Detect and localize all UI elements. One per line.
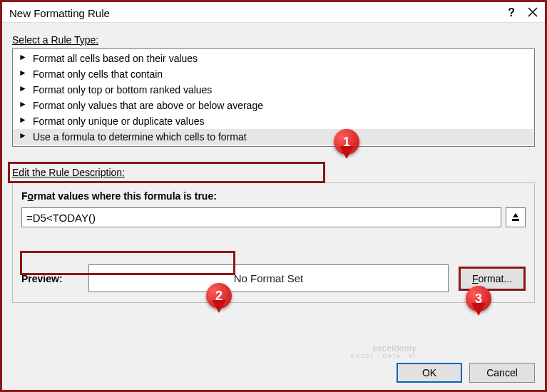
- rule-type-item[interactable]: ►Use a formula to determine which cells …: [13, 129, 534, 145]
- watermark: exceldemy EXCEL · DATA · BI: [351, 344, 416, 360]
- dialog-title: New Formatting Rule: [9, 7, 110, 19]
- rule-type-item-label: Use a formula to determine which cells t…: [33, 131, 247, 143]
- bullet-icon: ►: [19, 115, 29, 125]
- rule-type-item-label: Format only unique or duplicate values: [33, 115, 204, 127]
- bullet-icon: ►: [19, 99, 29, 109]
- svg-rect-2: [512, 219, 519, 221]
- help-button[interactable]: ?: [508, 6, 515, 19]
- callout-2: 2: [206, 283, 232, 309]
- rule-type-item-label: Format all cells based on their values: [33, 53, 198, 64]
- dialog-footer: OK Cancel: [397, 363, 535, 383]
- rule-type-item-label: Format only cells that contain: [33, 68, 163, 80]
- annotation-highlight-1: [8, 162, 325, 183]
- callout-3: 3: [466, 286, 491, 311]
- close-button[interactable]: [528, 7, 538, 19]
- rule-type-item-label: Format only values that are above or bel…: [33, 100, 263, 111]
- preview-box: No Format Set: [88, 264, 449, 292]
- rule-type-item[interactable]: ►Format only values that are above or be…: [13, 98, 534, 113]
- bullet-icon: ►: [19, 52, 29, 62]
- bullet-icon: ►: [19, 130, 29, 140]
- ok-button[interactable]: OK: [397, 363, 462, 383]
- format-button[interactable]: Format...: [459, 267, 526, 291]
- rule-type-item[interactable]: ►Format only cells that contain: [13, 66, 534, 82]
- bullet-icon: ►: [19, 83, 29, 93]
- formula-label: Format values where this formula is true…: [21, 190, 526, 202]
- rule-type-item-label: Format only top or bottom ranked values: [33, 84, 212, 96]
- bullet-icon: ►: [19, 68, 29, 78]
- cancel-button[interactable]: Cancel: [469, 363, 535, 383]
- new-formatting-rule-dialog: New Formatting Rule ? Select a Rule Type…: [0, 0, 547, 392]
- titlebar: New Formatting Rule ?: [2, 2, 545, 23]
- rule-type-item[interactable]: ►Format only unique or duplicate values: [13, 113, 534, 129]
- callout-1: 1: [334, 129, 359, 155]
- rule-type-listbox[interactable]: ►Format all cells based on their values►…: [12, 48, 535, 147]
- formula-group: Format values where this formula is true…: [12, 182, 535, 303]
- collapse-dialog-button[interactable]: [506, 207, 526, 227]
- select-rule-type-label: Select a Rule Type:: [12, 34, 535, 46]
- formula-input[interactable]: [21, 207, 501, 227]
- rule-type-item[interactable]: ►Format all cells based on their values: [13, 51, 534, 66]
- rule-type-item[interactable]: ►Format only top or bottom ranked values: [13, 82, 534, 98]
- preview-label: Preview:: [21, 273, 78, 284]
